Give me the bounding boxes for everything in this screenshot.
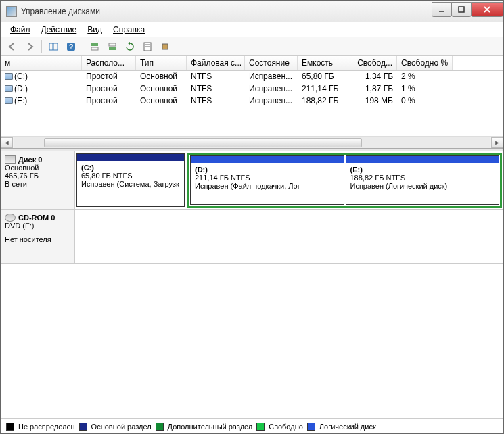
close-button[interactable] — [471, 2, 503, 17]
help-button[interactable]: ? — [64, 39, 78, 54]
legend-swatch-extended — [156, 423, 164, 431]
view-top-button[interactable] — [87, 39, 102, 54]
forward-button[interactable] — [22, 39, 37, 54]
col-fs[interactable]: Файловая с... — [187, 56, 245, 70]
partition-bar-logical — [346, 156, 499, 163]
disk-header[interactable]: Диск 0 Основной 465,76 ГБ В сети — [1, 151, 75, 209]
partition-c[interactable]: (C:) 65,80 ГБ NTFS Исправен (Система, За… — [76, 153, 185, 207]
volume-icon — [5, 73, 13, 80]
settings-button[interactable] — [158, 39, 173, 54]
properties-button[interactable] — [140, 39, 155, 54]
col-layout[interactable]: Располо... — [82, 56, 136, 70]
extended-partition-container: (D:) 211,14 ГБ NTFS Исправен (Файл подка… — [187, 153, 502, 208]
legend-swatch-unallocated — [6, 423, 14, 431]
minimize-button[interactable] — [432, 2, 452, 17]
menu-action[interactable]: Действие — [36, 24, 83, 36]
menu-view[interactable]: Вид — [82, 24, 108, 36]
volume-icon — [5, 97, 13, 104]
svg-rect-11 — [109, 47, 116, 50]
scroll-right-button[interactable]: ► — [491, 137, 503, 148]
legend-bar: Не распределен Основной раздел Дополните… — [1, 418, 503, 433]
volume-icon — [5, 85, 13, 92]
window-title: Управление дисками — [21, 7, 432, 16]
svg-rect-4 — [49, 43, 53, 50]
svg-rect-9 — [91, 47, 98, 50]
titlebar[interactable]: Управление дисками — [1, 1, 503, 22]
scroll-left-button[interactable]: ◄ — [1, 137, 13, 148]
partition-e[interactable]: (E:) 188,82 ГБ NTFS Исправен (Логический… — [346, 155, 500, 205]
col-capacity[interactable]: Емкость — [298, 56, 348, 70]
scroll-thumb[interactable] — [44, 138, 362, 147]
toolbar: ? — [1, 37, 503, 56]
svg-rect-8 — [91, 43, 98, 46]
volume-row[interactable]: (C:) Простой Основной NTFS Исправен... 6… — [1, 71, 503, 83]
svg-rect-15 — [162, 44, 168, 49]
scroll-track[interactable] — [14, 137, 490, 148]
menu-file[interactable]: Файл — [5, 24, 36, 36]
show-hide-tree-button[interactable] — [46, 39, 61, 54]
view-bottom-button[interactable] — [105, 39, 120, 54]
partition-d[interactable]: (D:) 211,14 ГБ NTFS Исправен (Файл подка… — [190, 155, 344, 205]
cdrom-row: CD-ROM 0 DVD (F:) Нет носителя — [1, 210, 503, 264]
col-volume[interactable]: м — [1, 56, 82, 70]
disk-row: Диск 0 Основной 465,76 ГБ В сети (C:) 65… — [1, 151, 503, 210]
svg-rect-1 — [459, 7, 464, 12]
horizontal-scrollbar[interactable]: ◄ ► — [1, 136, 503, 148]
cdrom-icon — [5, 214, 16, 222]
menubar: Файл Действие Вид Справка — [1, 22, 503, 37]
disk-icon — [5, 155, 16, 164]
legend-swatch-free — [256, 423, 265, 431]
volume-list-header: м Располо... Тип Файловая с... Состояние… — [1, 56, 503, 71]
refresh-button[interactable] — [122, 39, 137, 54]
partition-bar-primary — [77, 154, 184, 161]
cdrom-header[interactable]: CD-ROM 0 DVD (F:) Нет носителя — [1, 210, 75, 263]
svg-rect-5 — [53, 43, 58, 50]
col-free-pct[interactable]: Свободно % — [397, 56, 453, 70]
graphical-empty-area — [1, 264, 503, 365]
volume-row[interactable]: (E:) Простой Основной NTFS Исправен... 1… — [1, 95, 503, 107]
maximize-button[interactable] — [451, 2, 472, 17]
volume-list: (C:) Простой Основной NTFS Исправен... 6… — [1, 71, 503, 136]
col-status[interactable]: Состояние — [245, 56, 298, 70]
disk-management-window: Управление дисками Файл Действие Вид Спр… — [0, 0, 504, 434]
legend-swatch-logical — [307, 423, 315, 431]
app-icon — [6, 6, 17, 17]
graphical-view: Диск 0 Основной 465,76 ГБ В сети (C:) 65… — [1, 151, 503, 365]
legend-swatch-primary — [79, 423, 87, 431]
menu-help[interactable]: Справка — [108, 24, 150, 36]
svg-text:?: ? — [69, 43, 74, 51]
cdrom-nomedia-area[interactable] — [75, 210, 503, 263]
back-button[interactable] — [5, 39, 20, 54]
svg-rect-10 — [109, 43, 116, 46]
col-free[interactable]: Свобод... — [348, 56, 397, 70]
col-type[interactable]: Тип — [136, 56, 187, 70]
volume-row[interactable]: (D:) Простой Основной NTFS Исправен... 2… — [1, 83, 503, 95]
partition-bar-logical — [191, 156, 344, 163]
